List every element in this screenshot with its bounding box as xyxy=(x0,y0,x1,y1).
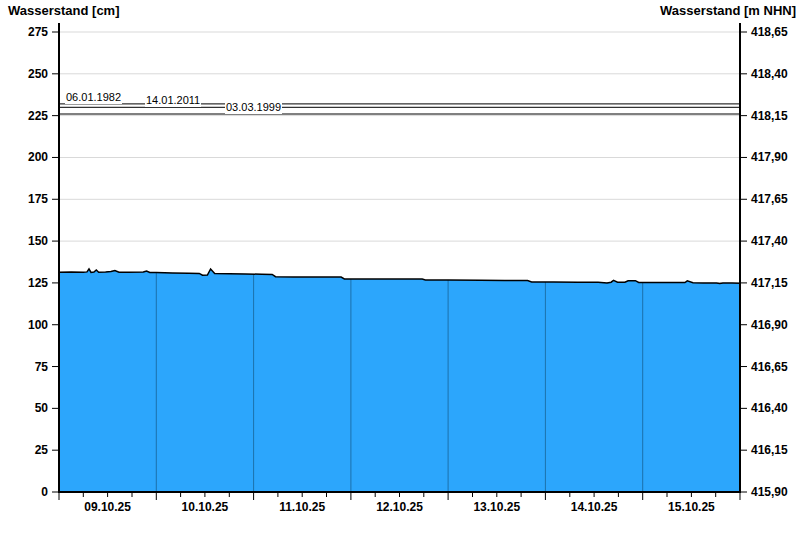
y-right-tick-label: 417,65 xyxy=(751,192,788,206)
y-right-tick-label: 417,90 xyxy=(751,150,788,164)
y-right-tick-label: 416,90 xyxy=(751,318,788,332)
y-left-tick-label: 200 xyxy=(28,150,48,164)
y-left-tick-label: 125 xyxy=(28,276,48,290)
y-right-tick-label: 415,90 xyxy=(751,485,788,499)
y-right-tick-label: 416,65 xyxy=(751,360,788,374)
x-tick-label: 11.10.25 xyxy=(279,500,325,514)
y-left-tick-label: 25 xyxy=(35,443,49,457)
y-right-tick-label: 417,15 xyxy=(751,276,788,290)
x-tick-label: 15.10.25 xyxy=(668,500,715,514)
y-right-tick-label: 416,40 xyxy=(751,401,788,415)
y-left-tick-label: 250 xyxy=(28,67,48,81)
y-left-tick-label: 75 xyxy=(35,360,49,374)
reference-line-label: 14.01.2011 xyxy=(145,94,201,107)
y-left-tick-label: 100 xyxy=(28,318,48,332)
y-left-tick-label: 275 xyxy=(28,25,48,39)
x-tick-label: 12.10.25 xyxy=(376,500,423,514)
y-right-tick-label: 418,40 xyxy=(751,67,788,81)
y-right-tick-label: 417,40 xyxy=(751,234,788,248)
reference-line-label: 06.01.1982 xyxy=(65,91,122,104)
y-right-tick-label: 418,65 xyxy=(751,25,788,39)
y-right-tick-label: 418,15 xyxy=(751,109,788,123)
y-left-tick-label: 50 xyxy=(35,401,49,415)
water-level-chart: Wasserstand [cm] Wasserstand [m NHN] 041… xyxy=(0,0,800,550)
water-level-area xyxy=(59,269,740,492)
y-right-tick-label: 416,15 xyxy=(751,443,788,457)
y-left-tick-label: 0 xyxy=(41,485,48,499)
x-tick-label: 09.10.25 xyxy=(84,500,131,514)
y-left-tick-label: 225 xyxy=(28,109,48,123)
y-left-tick-label: 175 xyxy=(28,192,48,206)
x-tick-label: 13.10.25 xyxy=(473,500,520,514)
reference-line-label: 03.03.1999 xyxy=(225,101,282,114)
chart-canvas: 0415,9025416,1550416,4075416,65100416,90… xyxy=(0,0,800,550)
y-left-tick-label: 150 xyxy=(28,234,48,248)
x-tick-label: 10.10.25 xyxy=(182,500,229,514)
x-tick-label: 14.10.25 xyxy=(571,500,618,514)
